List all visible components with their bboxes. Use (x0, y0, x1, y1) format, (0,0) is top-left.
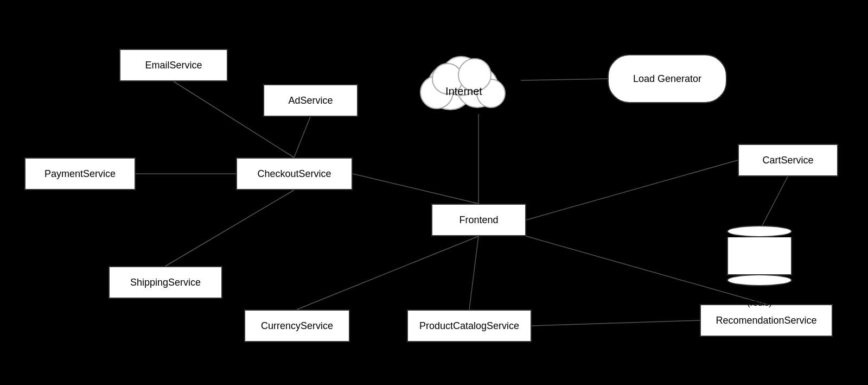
shipping-service-box: ShippingService (108, 266, 222, 299)
email-service-label: EmailService (145, 60, 202, 71)
diagram-container: EmailService AdService PaymentService Ch… (0, 0, 868, 385)
payment-service-label: PaymentService (44, 168, 116, 180)
cache-label: Cache(redis) (747, 288, 772, 308)
cache-redis-box: Cache(redis) (727, 225, 792, 308)
ad-service-label: AdService (288, 95, 333, 106)
product-catalog-box: ProductCatalogService (407, 310, 532, 342)
cylinder-body (727, 237, 792, 275)
svg-line-3 (353, 174, 478, 204)
frontend-box: Frontend (431, 204, 526, 236)
cylinder-bottom (727, 274, 792, 286)
svg-line-12 (532, 320, 700, 326)
svg-line-9 (526, 160, 738, 220)
svg-line-8 (521, 79, 608, 80)
frontend-label: Frontend (459, 214, 498, 226)
recomendation-service-label: RecomendationService (716, 315, 816, 326)
checkout-service-box: CheckoutService (236, 157, 353, 190)
internet-cloud: Internet (407, 33, 521, 119)
svg-line-4 (165, 190, 294, 266)
cart-service-box: CartService (738, 144, 838, 176)
svg-line-1 (294, 117, 310, 157)
cart-service-label: CartService (762, 155, 813, 166)
email-service-box: EmailService (119, 49, 228, 81)
payment-service-box: PaymentService (24, 157, 136, 190)
shipping-service-label: ShippingService (130, 277, 201, 288)
load-generator-box: Load Generator (608, 54, 727, 103)
svg-text:Internet: Internet (445, 85, 482, 97)
recomendation-service-box: RecomendationService (700, 304, 833, 337)
cylinder-top (727, 225, 792, 237)
svg-line-10 (760, 176, 788, 231)
currency-service-label: CurrencyService (261, 320, 333, 332)
product-catalog-label: ProductCatalogService (419, 320, 519, 332)
currency-service-box: CurrencyService (244, 310, 350, 342)
svg-line-6 (469, 236, 478, 310)
ad-service-box: AdService (263, 84, 358, 117)
svg-line-5 (297, 236, 478, 310)
load-generator-label: Load Generator (633, 73, 701, 85)
checkout-service-label: CheckoutService (257, 168, 331, 180)
